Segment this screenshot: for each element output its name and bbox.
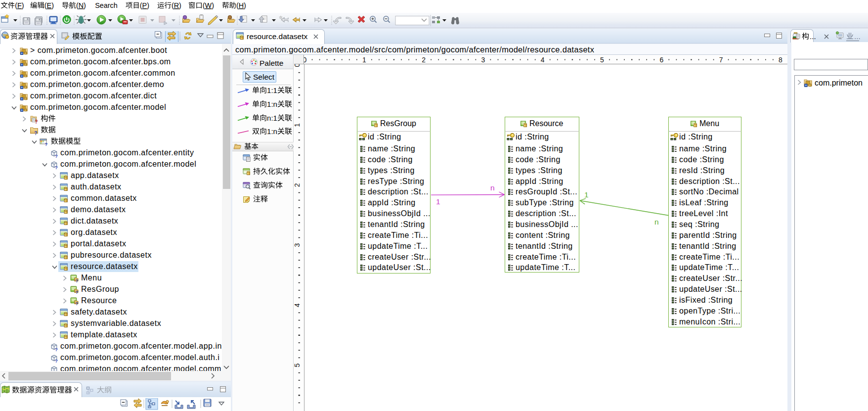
svg-text:(W): (W): [203, 1, 214, 9]
svg-text:6: 6: [659, 56, 663, 64]
svg-text:(F): (F): [15, 1, 24, 9]
svg-text:3: 3: [481, 56, 485, 64]
svg-text:1: 1: [436, 197, 440, 206]
svg-text:(R): (R): [172, 1, 181, 9]
svg-text:1:1: 1:1: [267, 86, 277, 94]
svg-text:2: 2: [294, 183, 301, 187]
svg-text:3: 3: [294, 243, 301, 247]
svg-text:7: 7: [719, 56, 723, 64]
svg-text:4: 4: [294, 303, 301, 307]
svg-text:n:1: n:1: [267, 114, 277, 122]
svg-text:1:n: 1:n: [267, 127, 277, 136]
svg-text:1: 1: [584, 190, 589, 199]
svg-text:(E): (E): [44, 1, 54, 9]
svg-text:Search: Search: [95, 1, 118, 9]
svg-text:(P): (P): [140, 1, 149, 9]
svg-text:1: 1: [294, 123, 301, 127]
svg-text:5: 5: [600, 56, 604, 64]
svg-text:8: 8: [779, 56, 782, 64]
svg-text:(N): (N): [76, 1, 86, 9]
svg-text:n: n: [490, 183, 495, 192]
svg-text:2: 2: [422, 56, 426, 64]
svg-text:4: 4: [541, 56, 545, 64]
svg-text:0: 0: [294, 64, 301, 67]
svg-text:1:n: 1:n: [267, 100, 277, 108]
svg-text:1: 1: [362, 56, 366, 64]
svg-text:n: n: [654, 218, 659, 226]
svg-text:(H): (H): [236, 1, 246, 9]
svg-text:5: 5: [294, 363, 301, 367]
